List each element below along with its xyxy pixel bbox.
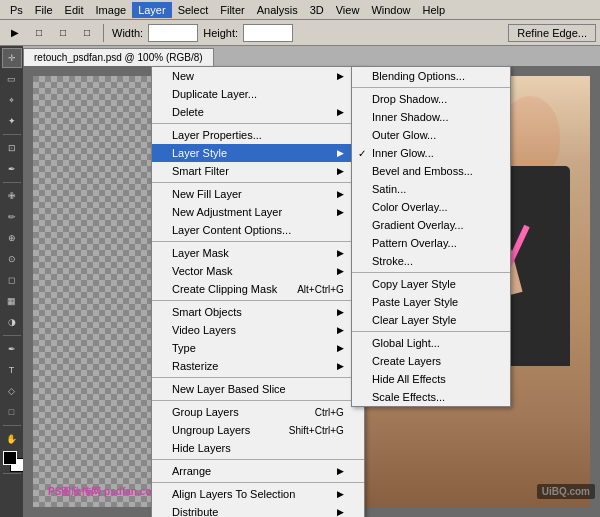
tool-text[interactable]: T <box>2 360 22 380</box>
toolbar-right: Refine Edge... <box>508 24 596 42</box>
menu-select[interactable]: Select <box>172 2 215 18</box>
menu-new[interactable]: New▶ <box>152 67 364 85</box>
tool-crop[interactable]: ⊡ <box>2 138 22 158</box>
toolbar-sep-1 <box>103 24 104 42</box>
refine-edge-button[interactable]: Refine Edge... <box>508 24 596 42</box>
menu-create-clipping-mask[interactable]: Create Clipping Mask Alt+Ctrl+G <box>152 280 364 298</box>
menu-analysis[interactable]: Analysis <box>251 2 304 18</box>
menu-hide-layers[interactable]: Hide Layers <box>152 439 364 457</box>
menu-sep-2 <box>152 182 364 183</box>
submenu-gradient-overlay[interactable]: Gradient Overlay... <box>352 216 510 234</box>
menu-layer-style[interactable]: Layer Style▶ <box>152 144 364 162</box>
tool-select[interactable]: ▭ <box>2 69 22 89</box>
submenu-copy-layer-style[interactable]: Copy Layer Style <box>352 275 510 293</box>
menu-sep-7 <box>152 459 364 460</box>
menu-vector-mask[interactable]: Vector Mask▶ <box>152 262 364 280</box>
tab-label: retouch_psdfan.psd @ 100% (RGB/8) <box>34 52 203 63</box>
submenu-drop-shadow[interactable]: Drop Shadow... <box>352 90 510 108</box>
submenu-paste-layer-style[interactable]: Paste Layer Style <box>352 293 510 311</box>
tool-path[interactable]: ◇ <box>2 381 22 401</box>
tool-magic[interactable]: ✦ <box>2 111 22 131</box>
tool-btn-3[interactable]: □ <box>52 22 74 44</box>
tool-gradient[interactable]: ▦ <box>2 291 22 311</box>
menu-help[interactable]: Help <box>417 2 452 18</box>
menu-sep-5 <box>152 377 364 378</box>
submenu-global-light[interactable]: Global Light... <box>352 334 510 352</box>
menu-layer-mask[interactable]: Layer Mask▶ <box>152 244 364 262</box>
menu-group-layers[interactable]: Group Layers Ctrl+G <box>152 403 364 421</box>
height-input[interactable] <box>243 24 293 42</box>
submenu-sep-2 <box>352 272 510 273</box>
submenu-color-overlay[interactable]: Color Overlay... <box>352 198 510 216</box>
submenu-inner-glow[interactable]: ✓ Inner Glow... <box>352 144 510 162</box>
width-input[interactable] <box>148 24 198 42</box>
menu-sep-3 <box>152 241 364 242</box>
submenu-create-layers[interactable]: Create Layers <box>352 352 510 370</box>
tool-eyedrop[interactable]: ✒ <box>2 159 22 179</box>
menu-window[interactable]: Window <box>365 2 416 18</box>
menu-filter[interactable]: Filter <box>214 2 250 18</box>
submenu-hide-all-effects[interactable]: Hide All Effects <box>352 370 510 388</box>
tool-sep-1 <box>3 134 21 135</box>
submenu-outer-glow[interactable]: Outer Glow... <box>352 126 510 144</box>
menu-image[interactable]: Image <box>90 2 133 18</box>
menu-smart-objects[interactable]: Smart Objects▶ <box>152 303 364 321</box>
menu-type[interactable]: Type▶ <box>152 339 364 357</box>
tool-history[interactable]: ⊙ <box>2 249 22 269</box>
submenu-inner-shadow[interactable]: Inner Shadow... <box>352 108 510 126</box>
tool-shape[interactable]: □ <box>2 402 22 422</box>
tool-brush[interactable]: ✏ <box>2 207 22 227</box>
tool-heal[interactable]: ✙ <box>2 186 22 206</box>
submenu-pattern-overlay[interactable]: Pattern Overlay... <box>352 234 510 252</box>
canvas-tab[interactable]: retouch_psdfan.psd @ 100% (RGB/8) <box>23 48 214 66</box>
watermark-text: UiBQ.com <box>542 486 590 497</box>
layer-style-submenu: Blending Options... Drop Shadow... Inner… <box>351 66 511 407</box>
menu-delete[interactable]: Delete▶ <box>152 103 364 121</box>
menu-smart-filter[interactable]: Smart Filter▶ <box>152 162 364 180</box>
menu-edit[interactable]: Edit <box>59 2 90 18</box>
submenu-scale-effects[interactable]: Scale Effects... <box>352 388 510 406</box>
menu-3d[interactable]: 3D <box>304 2 330 18</box>
menu-layer-content-options[interactable]: Layer Content Options... <box>152 221 364 239</box>
tool-sep-4 <box>3 425 21 426</box>
submenu-blending-options[interactable]: Blending Options... <box>352 67 510 85</box>
submenu-satin[interactable]: Satin... <box>352 180 510 198</box>
menu-layer[interactable]: Layer <box>132 2 172 18</box>
menu-new-fill-layer[interactable]: New Fill Layer▶ <box>152 185 364 203</box>
menu-sep-1 <box>152 123 364 124</box>
menu-video-layers[interactable]: Video Layers▶ <box>152 321 364 339</box>
tool-stamp[interactable]: ⊕ <box>2 228 22 248</box>
tool-move[interactable]: ✛ <box>2 48 22 68</box>
tool-btn-4[interactable]: □ <box>76 22 98 44</box>
menu-align-layers[interactable]: Align Layers To Selection▶ <box>152 485 364 503</box>
tool-dodge[interactable]: ◑ <box>2 312 22 332</box>
layer-menu: New▶ Duplicate Layer... Delete▶ Layer Pr… <box>151 66 365 517</box>
submenu-stroke[interactable]: Stroke... <box>352 252 510 270</box>
submenu-clear-layer-style[interactable]: Clear Layer Style <box>352 311 510 329</box>
tool-sep-3 <box>3 335 21 336</box>
fg-color-swatch[interactable] <box>3 451 17 465</box>
tool-btn-2[interactable]: □ <box>28 22 50 44</box>
tool-hand[interactable]: ✋ <box>2 429 22 449</box>
tool-pen[interactable]: ✒ <box>2 339 22 359</box>
menu-layer-properties[interactable]: Layer Properties... <box>152 126 364 144</box>
menu-view[interactable]: View <box>330 2 366 18</box>
menu-new-layer-based-slice[interactable]: New Layer Based Slice <box>152 380 364 398</box>
menu-file[interactable]: File <box>29 2 59 18</box>
tool-sep-2 <box>3 182 21 183</box>
watermark: UiBQ.com <box>537 484 595 499</box>
tool-eraser[interactable]: ◻ <box>2 270 22 290</box>
menu-arrange[interactable]: Arrange▶ <box>152 462 364 480</box>
menu-ungroup-layers[interactable]: Ungroup Layers Shift+Ctrl+G <box>152 421 364 439</box>
tool-lasso[interactable]: ⌖ <box>2 90 22 110</box>
menu-rasterize[interactable]: Rasterize▶ <box>152 357 364 375</box>
menu-ps[interactable]: Ps <box>4 2 29 18</box>
menu-duplicate-layer[interactable]: Duplicate Layer... <box>152 85 364 103</box>
submenu-bevel-emboss[interactable]: Bevel and Emboss... <box>352 162 510 180</box>
tool-sep-5 <box>3 473 21 474</box>
menu-sep-6 <box>152 400 364 401</box>
menu-new-adjustment-layer[interactable]: New Adjustment Layer▶ <box>152 203 364 221</box>
tool-select-btn[interactable]: ▶ <box>4 22 26 44</box>
toolbar: ▶ □ □ □ Width: Height: Refine Edge... <box>0 20 600 46</box>
menu-distribute[interactable]: Distribute▶ <box>152 503 364 517</box>
